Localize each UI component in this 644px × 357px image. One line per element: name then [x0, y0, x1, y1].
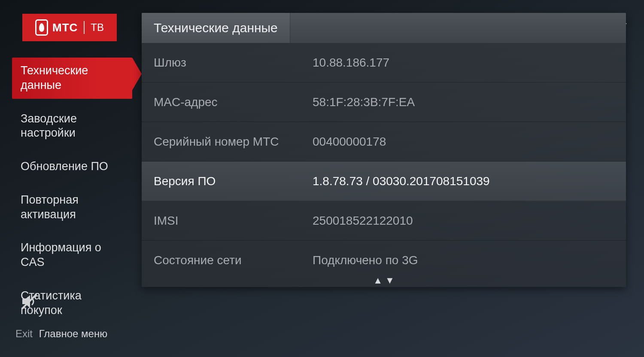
- panel-title: Технические данные: [142, 13, 290, 43]
- sidebar-item-cas-info[interactable]: Информация о CAS: [12, 235, 132, 276]
- mute-icon[interactable]: [20, 292, 39, 311]
- data-rows: Шлюз 10.88.186.177 MAC-адрес 58:1F:28:3B…: [142, 43, 626, 280]
- row-label: Состояние сети: [154, 253, 313, 267]
- footer-hint: Exit Главное меню: [15, 328, 107, 340]
- sidebar-item-label: Заводские настройки: [21, 112, 77, 140]
- row-software-version[interactable]: Версия ПО 1.8.78.73 / 03030.201708151039: [142, 162, 626, 201]
- panel-header: Технические данные: [142, 13, 626, 43]
- sidebar-item-factory-settings[interactable]: Заводские настройки: [12, 106, 132, 147]
- sidebar-item-technical-data[interactable]: Технические данные: [12, 58, 132, 99]
- row-value: 1.8.78.73 / 03030.201708151039: [313, 174, 490, 188]
- brand-logo: МТС ТВ: [22, 14, 117, 41]
- sidebar: Технические данные Заводские настройки О…: [12, 58, 132, 330]
- sidebar-item-reactivation[interactable]: Повторная активация: [12, 187, 132, 228]
- row-value: 10.88.186.177: [313, 56, 389, 70]
- row-value: Подключено по 3G: [313, 253, 418, 267]
- row-label: IMSI: [154, 214, 313, 228]
- row-value: 00400000178: [313, 135, 386, 149]
- row-serial-number[interactable]: Серийный номер МТС 00400000178: [142, 122, 626, 162]
- row-network-status[interactable]: Состояние сети Подключено по 3G: [142, 241, 626, 280]
- sidebar-item-software-update[interactable]: Обновление ПО: [12, 153, 132, 180]
- egg-icon: [35, 19, 48, 36]
- brand-separator: [84, 21, 85, 34]
- footer-label: Главное меню: [39, 328, 107, 339]
- row-label: MAC-адрес: [154, 95, 313, 109]
- technical-data-panel: Технические данные Шлюз 10.88.186.177 MA…: [142, 13, 626, 287]
- row-imsi[interactable]: IMSI 250018522122010: [142, 201, 626, 241]
- footer-key: Exit: [15, 328, 33, 339]
- row-gateway[interactable]: Шлюз 10.88.186.177: [142, 43, 626, 82]
- row-label: Версия ПО: [154, 174, 313, 188]
- row-mac-address[interactable]: MAC-адрес 58:1F:28:3B:7F:EA: [142, 82, 626, 122]
- sidebar-item-label: Технические данные: [21, 64, 88, 92]
- brand-name: МТС: [52, 21, 78, 34]
- row-value: 58:1F:28:3B:7F:EA: [313, 95, 415, 109]
- row-label: Шлюз: [154, 56, 313, 70]
- row-label: Серийный номер МТС: [154, 135, 313, 149]
- brand-sub: ТВ: [91, 21, 104, 34]
- row-value: 250018522122010: [313, 214, 413, 228]
- sidebar-item-label: Информация о CAS: [21, 241, 101, 269]
- sidebar-item-label: Повторная активация: [21, 193, 79, 221]
- sidebar-item-label: Обновление ПО: [21, 160, 108, 173]
